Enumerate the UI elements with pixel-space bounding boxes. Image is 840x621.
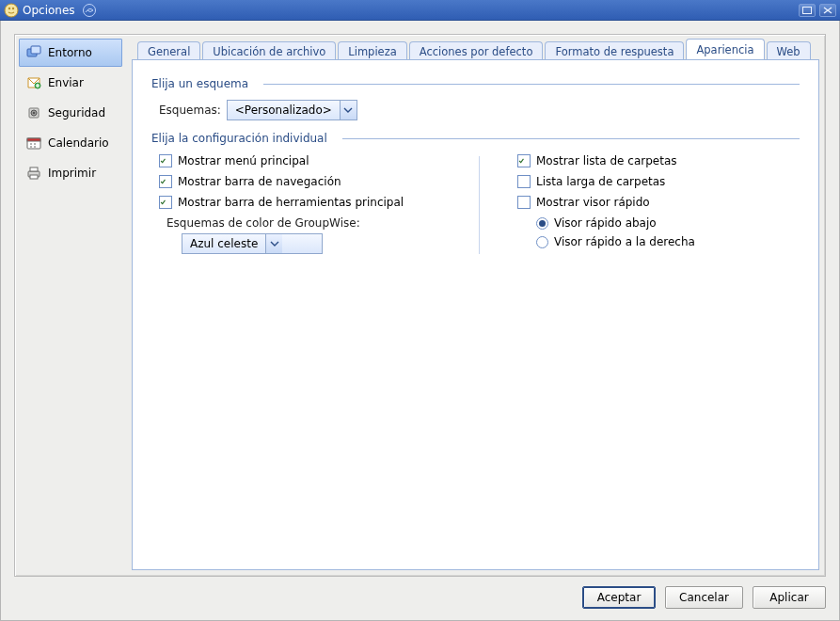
- checkbox-label: Mostrar lista de carpetas: [536, 154, 677, 167]
- radio-quick-viewer-below[interactable]: [536, 217, 548, 230]
- calendar-icon: [25, 135, 42, 151]
- sidebar-item-seguridad[interactable]: Seguridad: [19, 99, 122, 127]
- sidebar-item-entorno[interactable]: Entorno: [19, 39, 122, 67]
- scheme-dropdown[interactable]: <Personalizado>: [227, 100, 357, 120]
- app-icon: [4, 3, 19, 18]
- window-body: Entorno Enviar: [0, 21, 840, 621]
- tab-formato-respuesta[interactable]: Formato de respuesta: [545, 41, 684, 60]
- scheme-dropdown-value: <Personalizado>: [228, 104, 340, 117]
- print-icon: [25, 165, 42, 182]
- individual-left-col: Mostrar menú principal Mostrar barra de …: [159, 154, 441, 262]
- sidebar-item-imprimir[interactable]: Imprimir: [19, 159, 122, 187]
- checkbox-label: Mostrar barra de navegación: [178, 175, 341, 188]
- group-individual-label: Elija la configuración individual: [151, 132, 335, 145]
- svg-point-2: [12, 7, 14, 8]
- svg-rect-15: [30, 175, 38, 179]
- environment-icon: [25, 44, 42, 61]
- dialog-buttons: Aceptar Cancelar Aplicar: [14, 586, 826, 609]
- close-button[interactable]: [819, 4, 836, 17]
- color-scheme-label: Esquemas de color de GroupWise:: [166, 216, 441, 230]
- svg-rect-6: [31, 46, 40, 54]
- scheme-label: Esquemas:: [159, 104, 221, 117]
- tab-acciones-defecto[interactable]: Acciones por defecto: [409, 41, 544, 60]
- svg-rect-14: [30, 167, 38, 171]
- tab-limpieza[interactable]: Limpieza: [338, 41, 406, 60]
- sidebar-item-label: Seguridad: [48, 106, 105, 119]
- ok-button[interactable]: Aceptar: [582, 586, 656, 609]
- column-divider: [479, 156, 480, 254]
- apply-button[interactable]: Aplicar: [753, 586, 826, 609]
- checkbox-label: Mostrar barra de herramientas principal: [178, 196, 404, 209]
- sidebar-item-label: Imprimir: [48, 167, 96, 180]
- svg-rect-12: [27, 138, 40, 141]
- radio-quick-viewer-right[interactable]: [536, 236, 548, 248]
- checkbox-show-quick-viewer[interactable]: [517, 196, 531, 209]
- sidebar-item-enviar[interactable]: Enviar: [19, 69, 122, 97]
- sidebar-item-label: Calendario: [48, 136, 109, 150]
- group-individual: Elija la configuración individual Mostra…: [151, 132, 800, 262]
- individual-right-col: Mostrar lista de carpetas Lista larga de…: [517, 154, 800, 262]
- cancel-button[interactable]: Cancelar: [665, 586, 743, 609]
- group-scheme-label: Elija un esquema: [151, 77, 256, 90]
- sidebar: Entorno Enviar: [15, 35, 126, 576]
- color-scheme-dropdown[interactable]: Azul celeste: [182, 233, 323, 254]
- sidebar-item-calendario[interactable]: Calendario: [19, 129, 122, 157]
- checkbox-long-folder-list[interactable]: [517, 175, 531, 188]
- tabstrip: General Ubicación de archivo Limpieza Ac…: [132, 39, 819, 59]
- title-decor-icon: [81, 2, 98, 19]
- svg-point-1: [8, 7, 10, 8]
- tab-apariencia[interactable]: Apariencia: [686, 39, 764, 59]
- sidebar-item-label: Enviar: [48, 76, 84, 89]
- checkbox-show-folder-list[interactable]: [517, 154, 531, 167]
- radio-label: Visor rápido abajo: [554, 216, 657, 230]
- tab-ubicacion-archivo[interactable]: Ubicación de archivo: [202, 41, 336, 60]
- svg-rect-10: [33, 112, 35, 114]
- group-scheme: Elija un esquema Esquemas: <Personalizad…: [151, 77, 800, 120]
- group-divider: [342, 138, 800, 139]
- tab-general[interactable]: General: [137, 41, 200, 60]
- window-title: Opciones: [23, 4, 75, 17]
- main-frame: Entorno Enviar: [14, 34, 826, 577]
- send-icon: [25, 74, 42, 91]
- content-area: General Ubicación de archivo Limpieza Ac…: [126, 35, 825, 576]
- checkbox-show-main-toolbar[interactable]: [159, 196, 172, 209]
- titlebar: Opciones: [0, 0, 840, 21]
- checkbox-show-main-menu[interactable]: [159, 154, 172, 167]
- dropdown-arrow-icon: [265, 234, 282, 253]
- tab-panel-apariencia: Elija un esquema Esquemas: <Personalizad…: [132, 59, 819, 570]
- tab-web[interactable]: Web: [767, 41, 811, 60]
- security-icon: [25, 104, 42, 121]
- group-divider: [263, 84, 800, 85]
- maximize-button[interactable]: [799, 4, 816, 17]
- svg-point-0: [5, 4, 18, 17]
- sidebar-item-label: Entorno: [48, 46, 92, 59]
- dropdown-arrow-icon: [340, 101, 357, 119]
- checkbox-label: Lista larga de carpetas: [536, 175, 665, 188]
- color-scheme-value: Azul celeste: [182, 237, 265, 250]
- checkbox-show-nav-bar[interactable]: [159, 175, 172, 188]
- checkbox-label: Mostrar visor rápido: [536, 196, 650, 209]
- svg-rect-4: [803, 7, 812, 13]
- radio-label: Visor rápido a la derecha: [554, 235, 695, 248]
- checkbox-label: Mostrar menú principal: [178, 154, 309, 167]
